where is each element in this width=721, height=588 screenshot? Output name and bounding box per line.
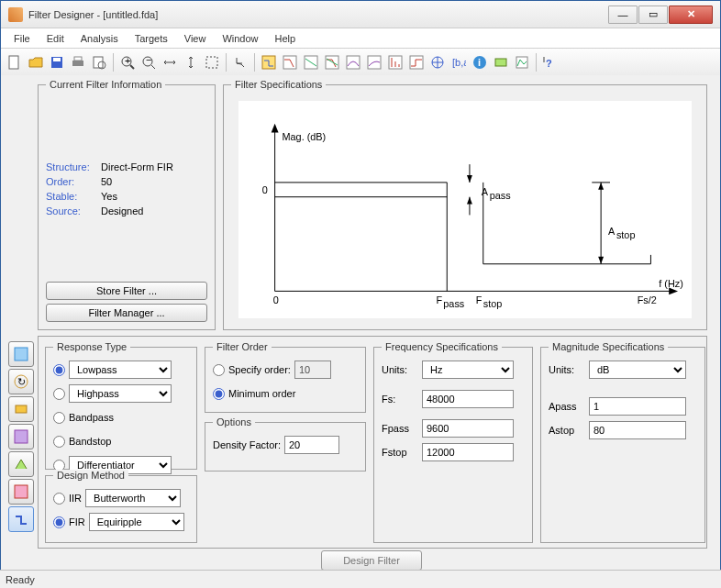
filter-manager-button[interactable]: Filter Manager ... — [46, 304, 207, 322]
phase-resp-icon[interactable] — [301, 52, 321, 72]
menu-file[interactable]: File — [6, 31, 38, 46]
svg-rect-0 — [9, 56, 18, 69]
zoom-in-icon[interactable]: + — [117, 52, 138, 72]
coeffs-icon[interactable]: [b,a] — [449, 52, 469, 72]
save-icon[interactable] — [47, 52, 67, 72]
tab-import[interactable] — [8, 341, 34, 367]
phase-delay-icon[interactable] — [364, 52, 384, 72]
rt-lowpass-radio[interactable] — [53, 364, 65, 376]
svg-text:Fs/2: Fs/2 — [638, 294, 657, 305]
zoom-y-icon[interactable] — [181, 52, 201, 72]
maximize-button[interactable]: ▭ — [638, 6, 668, 24]
info-icon[interactable]: i — [470, 52, 490, 72]
cfi-structure-label: Structure: — [46, 161, 101, 172]
fstop-label: Fstop — [382, 447, 418, 458]
rt-legend: Response Type — [53, 341, 130, 352]
tab-transform[interactable] — [8, 479, 34, 505]
dm-iir-radio[interactable] — [53, 493, 65, 505]
menu-window[interactable]: Window — [215, 31, 265, 46]
dm-fir-select[interactable]: Equiripple — [89, 513, 184, 531]
svg-text:stop: stop — [616, 229, 636, 240]
app-icon — [8, 7, 23, 22]
svg-text:?: ? — [546, 58, 552, 69]
xlabel: f (Hz) — [659, 278, 683, 289]
window-title: Filter Designer - [untitled.fda] — [28, 9, 607, 20]
fo-min-label: Minimum order — [228, 388, 295, 399]
rt-lowpass-select[interactable]: Lowpass — [69, 361, 172, 379]
menu-view[interactable]: View — [177, 31, 214, 46]
tab-polezero[interactable]: ↻ — [8, 369, 34, 394]
dm-iir-select[interactable]: Butterworth — [85, 489, 181, 507]
menu-help[interactable]: Help — [268, 31, 304, 46]
print-icon[interactable] — [68, 52, 88, 72]
tab-design[interactable] — [8, 506, 34, 532]
tab-multirate[interactable] — [8, 451, 34, 477]
svg-marker-50 — [598, 257, 604, 264]
undo-icon[interactable] — [230, 52, 250, 72]
menu-targets[interactable]: Targets — [128, 31, 175, 46]
fs-input[interactable] — [422, 390, 514, 408]
mspec-legend: Magnitude Specifications — [549, 341, 668, 352]
specs-plot: Mag. (dB) f (Hz) 0 0 Fpass Fstop Fs/2 Ap… — [238, 101, 692, 318]
minimize-button[interactable]: ― — [608, 6, 638, 24]
print-preview-icon[interactable] — [89, 52, 109, 72]
svg-rect-68 — [15, 485, 28, 498]
fstop-input[interactable] — [422, 443, 514, 461]
rt-highpass-radio[interactable] — [53, 388, 65, 400]
fspec-units-select[interactable]: Hz — [422, 361, 514, 379]
response-type: Response Type Lowpass Highpass Bandpass … — [45, 341, 197, 470]
rt-bandstop-radio[interactable] — [53, 436, 65, 448]
design-filter-button[interactable]: Design Filter — [321, 550, 422, 571]
density-label: Density Factor: — [213, 439, 281, 450]
tab-quantize[interactable] — [8, 424, 34, 449]
mag-resp-icon[interactable] — [280, 52, 300, 72]
zoom-out-icon[interactable]: − — [139, 52, 159, 72]
close-button[interactable]: ✕ — [669, 6, 713, 24]
group-delay-icon[interactable] — [343, 52, 363, 72]
astop-input[interactable] — [589, 421, 686, 439]
status-text: Ready — [6, 574, 35, 585]
help-icon[interactable]: ? — [540, 52, 560, 72]
fo-min-radio[interactable] — [213, 388, 225, 400]
options: Options Density Factor: — [205, 416, 366, 472]
apass-input[interactable] — [589, 397, 686, 416]
cfi-source-label: Source: — [46, 205, 101, 216]
impulse-icon[interactable] — [385, 52, 405, 72]
menu-analysis[interactable]: Analysis — [73, 31, 126, 46]
rt-bandpass-label: Bandpass — [69, 412, 114, 423]
menu-edit[interactable]: Edit — [39, 31, 72, 46]
dm-fir-radio[interactable] — [53, 516, 65, 528]
svg-text:F: F — [476, 294, 483, 305]
zoom-fit-icon[interactable] — [202, 52, 222, 72]
svg-rect-4 — [74, 57, 82, 61]
store-filter-button[interactable]: Store Filter ... — [46, 282, 207, 300]
svg-text:pass: pass — [490, 190, 512, 201]
rt-bandstop-label: Bandstop — [69, 436, 111, 447]
filter-specs-icon[interactable] — [259, 52, 279, 72]
fspec-legend: Frequency Specifications — [382, 341, 502, 352]
tab-realize[interactable] — [8, 396, 34, 422]
svg-rect-63 — [15, 348, 28, 361]
fo-specify-radio[interactable] — [213, 364, 225, 376]
filter-order: Filter Order Specify order: Minimum orde… — [205, 341, 366, 413]
zoom-x-icon[interactable] — [160, 52, 180, 72]
mspec-units-select[interactable]: dB — [589, 361, 686, 379]
rt-highpass-select[interactable]: Highpass — [69, 384, 172, 403]
mag-phase-icon[interactable] — [322, 52, 342, 72]
new-icon[interactable] — [5, 52, 25, 72]
svg-marker-47 — [467, 197, 472, 205]
svg-rect-67 — [15, 430, 28, 443]
round-icon[interactable] — [512, 52, 532, 72]
ylabel: Mag. (dB) — [283, 131, 327, 142]
open-icon[interactable] — [26, 52, 46, 72]
status-bar: Ready — [0, 570, 721, 588]
fpass-input[interactable] — [422, 419, 514, 438]
step-icon[interactable] — [406, 52, 427, 72]
magnitude-specs: Magnitude Specifications Units:dB Apass … — [540, 341, 705, 543]
realize-icon[interactable] — [491, 52, 511, 72]
polezero-icon[interactable] — [427, 52, 448, 72]
density-input[interactable] — [284, 436, 339, 454]
svg-rect-24 — [410, 56, 423, 69]
rt-bandpass-radio[interactable] — [53, 412, 65, 424]
specs-legend: Filter Specifications — [231, 79, 326, 90]
